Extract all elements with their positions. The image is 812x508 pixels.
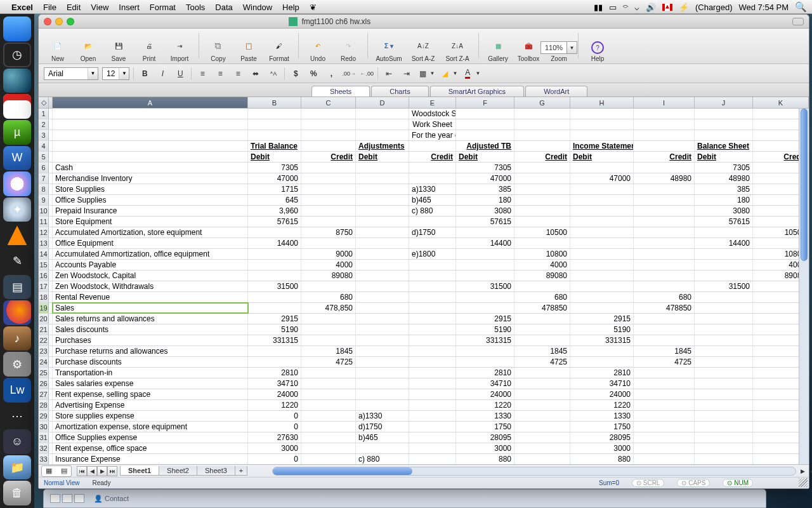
menubar-clock[interactable]: Wed 7:54 PM bbox=[738, 3, 789, 12]
cell[interactable] bbox=[248, 109, 301, 119]
fill-color-button[interactable]: ◢▼ bbox=[440, 67, 459, 80]
cell[interactable]: 28095 bbox=[570, 432, 634, 443]
cell[interactable]: Work Sheet bbox=[409, 119, 456, 130]
cell[interactable] bbox=[514, 195, 570, 205]
cell[interactable] bbox=[514, 314, 570, 324]
cell[interactable] bbox=[695, 130, 753, 140]
sheet-nav-buttons[interactable]: ⏮◀▶⏭ bbox=[77, 466, 117, 476]
cell[interactable] bbox=[695, 335, 753, 345]
cell[interactable] bbox=[301, 217, 356, 227]
cell[interactable] bbox=[695, 303, 753, 313]
cell[interactable]: 5190 bbox=[456, 324, 514, 335]
cell[interactable] bbox=[634, 260, 695, 270]
cell[interactable]: 34710 bbox=[248, 378, 301, 389]
cell[interactable] bbox=[301, 163, 356, 173]
align-center-button[interactable]: ≡ bbox=[213, 67, 227, 80]
cell[interactable] bbox=[634, 314, 695, 324]
cell[interactable] bbox=[570, 292, 634, 302]
cell[interactable]: 28095 bbox=[456, 432, 514, 443]
cell[interactable]: 7305 bbox=[695, 163, 753, 173]
cell[interactable]: 57615 bbox=[456, 217, 514, 227]
tool-sort-za[interactable]: Z↓ASort Z-A bbox=[442, 37, 473, 62]
cell[interactable]: a)1330 bbox=[409, 184, 456, 194]
cell[interactable]: 47000 bbox=[248, 173, 301, 184]
cell[interactable]: 89080 bbox=[301, 271, 356, 281]
col-D[interactable]: D bbox=[356, 97, 409, 108]
cell[interactable] bbox=[356, 119, 409, 130]
vertical-scrollbar[interactable] bbox=[799, 109, 809, 464]
cell[interactable]: 4725 bbox=[301, 357, 356, 367]
cell[interactable] bbox=[456, 303, 514, 313]
cell[interactable] bbox=[634, 454, 695, 464]
cell[interactable] bbox=[301, 206, 356, 216]
dock-finder[interactable] bbox=[3, 17, 31, 41]
cell[interactable]: Credit bbox=[301, 152, 356, 162]
row-header[interactable]: 20 bbox=[39, 314, 49, 324]
cell[interactable] bbox=[634, 195, 695, 205]
menu-edit[interactable]: Edit bbox=[67, 3, 81, 12]
cell[interactable] bbox=[248, 357, 301, 367]
cell[interactable]: 680 bbox=[514, 292, 570, 302]
cell[interactable] bbox=[456, 109, 514, 119]
cell[interactable] bbox=[409, 346, 456, 356]
font-grow-button[interactable]: ᴬA bbox=[266, 67, 280, 80]
tool-gallery[interactable]: ▦Gallery bbox=[484, 37, 512, 62]
cell[interactable] bbox=[695, 292, 753, 302]
cell[interactable] bbox=[301, 335, 356, 345]
dock-ical[interactable]: 11 bbox=[3, 94, 31, 119]
tool-toolbox[interactable]: 🧰Toolbox bbox=[514, 37, 542, 62]
menu-data[interactable]: Data bbox=[215, 3, 232, 12]
cell[interactable]: Credit bbox=[514, 152, 570, 162]
cell[interactable]: 34710 bbox=[570, 378, 634, 389]
cell[interactable]: 478,850 bbox=[301, 303, 356, 313]
cell[interactable] bbox=[248, 271, 301, 281]
select-all-corner[interactable]: ◇ bbox=[39, 97, 49, 108]
currency-button[interactable]: $ bbox=[289, 67, 303, 80]
row-header[interactable]: 22 bbox=[39, 335, 49, 345]
cell[interactable] bbox=[570, 238, 634, 248]
cell[interactable]: 478850 bbox=[514, 303, 570, 313]
cell[interactable]: 680 bbox=[634, 292, 695, 302]
cell[interactable]: Purchase returns and allowances bbox=[53, 346, 248, 356]
menu-window[interactable]: Window bbox=[243, 3, 272, 12]
cell[interactable] bbox=[695, 454, 753, 464]
cell[interactable]: 331315 bbox=[570, 335, 634, 345]
tool-new[interactable]: 📄New bbox=[44, 37, 72, 62]
cell[interactable]: Sales returns and allowances bbox=[53, 314, 248, 324]
cell[interactable]: 385 bbox=[695, 184, 753, 194]
cell[interactable] bbox=[634, 368, 695, 378]
cell[interactable] bbox=[301, 109, 356, 119]
cell[interactable] bbox=[301, 281, 356, 291]
cell[interactable] bbox=[301, 238, 356, 248]
cell[interactable] bbox=[695, 119, 753, 130]
cell[interactable] bbox=[570, 249, 634, 259]
cell[interactable]: 57615 bbox=[695, 217, 753, 227]
cell[interactable] bbox=[409, 422, 456, 432]
cell[interactable]: Amortization expense, store equipment bbox=[53, 422, 248, 432]
cell[interactable] bbox=[695, 271, 753, 281]
cell[interactable] bbox=[409, 454, 456, 464]
battery-icon[interactable]: ▮▮ bbox=[594, 3, 603, 12]
spotlight-icon[interactable]: 🔍 bbox=[795, 1, 807, 13]
cell[interactable] bbox=[356, 163, 409, 173]
cell[interactable] bbox=[248, 346, 301, 356]
cell[interactable] bbox=[570, 357, 634, 367]
col-K[interactable]: K bbox=[753, 97, 809, 108]
bold-button[interactable]: B bbox=[138, 67, 152, 80]
cell[interactable] bbox=[409, 163, 456, 173]
row-header[interactable]: 15 bbox=[39, 260, 49, 270]
cell[interactable]: Purchase discounts bbox=[53, 357, 248, 367]
row-header[interactable]: 16 bbox=[39, 271, 49, 281]
cell[interactable]: Advertising Expense bbox=[53, 400, 248, 410]
cell[interactable]: c) 880 bbox=[356, 454, 409, 464]
dock-safari[interactable]: ✦ bbox=[3, 197, 31, 222]
cell[interactable]: Credit bbox=[634, 152, 695, 162]
status-sum[interactable]: Sum=0 bbox=[599, 479, 619, 486]
row-header[interactable]: 5 bbox=[39, 152, 49, 162]
cell[interactable]: 2915 bbox=[248, 314, 301, 324]
cell[interactable] bbox=[695, 432, 753, 443]
cell[interactable] bbox=[514, 443, 570, 453]
cell[interactable] bbox=[356, 368, 409, 378]
cell[interactable] bbox=[514, 238, 570, 248]
sheet-tab-add[interactable]: + bbox=[235, 466, 247, 476]
